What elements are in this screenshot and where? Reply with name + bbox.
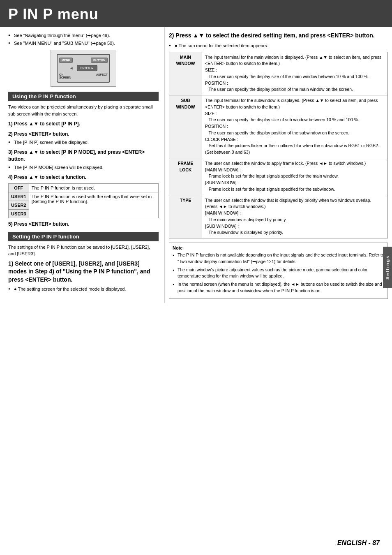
note-title: Note — [173, 245, 384, 250]
type-row: TYPE The user can select the window that… — [169, 195, 388, 238]
content-area: See "Navigating through the menu" (➡page… — [0, 27, 392, 303]
enter-btn: ENTER ► — [77, 65, 98, 71]
main-window-content: The input terminal for the main window i… — [202, 52, 388, 95]
user2-label: USER2 — [9, 201, 29, 209]
step2-sub-text: The [P IN P] screen will be displayed. — [8, 139, 159, 146]
step5: 5) Press <ENTER> button. — [8, 221, 159, 228]
main-window-label: MAINWINDOW — [169, 52, 202, 95]
menu-btn: MENU — [59, 58, 73, 63]
off-desc: The P IN P function is not used. — [29, 183, 158, 192]
section2-step1-sub-text: ● The setting screen for the selected mo… — [8, 286, 159, 293]
left-column: See "Navigating through the menu" (➡page… — [0, 27, 164, 303]
section2-step1-header: 1) Select one of [USER1], [USER2], and [… — [8, 260, 159, 284]
device-bottom-row: ONSCREEN ASPECT — [59, 73, 108, 79]
step2-sub: The [P IN P] screen will be displayed. — [8, 139, 159, 146]
user-desc: The P IN P function is used with the set… — [29, 192, 158, 218]
frame-lock-content: The user can select the window to apply … — [202, 158, 388, 195]
step4: 4) Press ▲▼ to select a function. — [8, 174, 159, 181]
device-inner: MENU BUTTON ◄ ENTER ► ONSCREEN ASPECT — [57, 54, 110, 83]
right-step2-sub: ● The sub menu for the selected item app… — [169, 42, 388, 49]
section2-step1-sub: ● The setting screen for the selected mo… — [8, 286, 159, 293]
note-item-3: In the normal screen (when the menu is n… — [173, 281, 384, 294]
intro-bullet-1: See "Navigating through the menu" (➡page… — [8, 32, 159, 39]
frame-lock-row: FRAMELOCK The user can select the window… — [169, 158, 388, 195]
table-row: OFF The P IN P function is not used. — [9, 183, 159, 192]
step1: 1) Press ▲▼ to select [P IN P]. — [8, 120, 159, 127]
sub-window-row: SUBWINDOW The input terminal for the sub… — [169, 95, 388, 158]
sub-window-content: The input terminal for the subwindow is … — [202, 95, 388, 158]
type-content: The user can select the window that is d… — [202, 195, 388, 238]
section2-description: The settings of the P IN P function can … — [8, 244, 159, 257]
aspect-label: ASPECT — [96, 73, 108, 79]
note-box: Note The P IN P function is not availabl… — [169, 243, 388, 299]
button-btn: BUTTON — [91, 58, 108, 63]
type-label: TYPE — [169, 195, 202, 238]
settings-sidebar: Settings — [383, 247, 392, 288]
step2: 2) Press <ENTER> button. — [8, 131, 159, 138]
note-item-2: The main window's picture adjustment val… — [173, 267, 384, 280]
page-container: P IN P menu See "Navigating through the … — [0, 0, 392, 555]
step3-sub: The [P IN P MODE] screen will be display… — [8, 164, 159, 171]
intro-bullet-2: See "MAIN MENU" and "SUB MENU" (➡page 50… — [8, 40, 159, 47]
settings-table: MAINWINDOW The input terminal for the ma… — [169, 52, 388, 239]
section1-description: Two videos can be projected simultaneous… — [8, 104, 159, 117]
table-row: USER1 The P IN P function is used with t… — [9, 192, 159, 201]
device-top-row: MENU BUTTON — [59, 58, 108, 63]
function-table: OFF The P IN P function is not used. USE… — [8, 183, 159, 218]
note-list: The P IN P function is not available dep… — [173, 252, 384, 294]
page-footer: ENGLISH - 87 — [337, 539, 380, 547]
right-step2-header: 2) Press ▲▼ to select the desired settin… — [169, 31, 388, 40]
user1-label: USER1 — [9, 192, 29, 201]
section1-header: Using the P IN P function — [8, 92, 159, 101]
sub-window-label: SUBWINDOW — [169, 95, 202, 158]
section2-header: Setting the P IN P function — [8, 232, 159, 241]
off-label: OFF — [9, 183, 29, 192]
intro-bullets: See "Navigating through the menu" (➡page… — [8, 32, 159, 46]
frame-lock-label: FRAMELOCK — [169, 158, 202, 195]
user3-label: USER3 — [9, 209, 29, 218]
step3-sub-text: The [P IN P MODE] screen will be display… — [8, 164, 159, 171]
main-window-row: MAINWINDOW The input terminal for the ma… — [169, 52, 388, 95]
right-column: 2) Press ▲▼ to select the desired settin… — [164, 27, 392, 303]
note-item-1: The P IN P function is not available dep… — [173, 252, 384, 265]
page-title: P IN P menu — [0, 0, 392, 27]
device-image: MENU BUTTON ◄ ENTER ► ONSCREEN ASPECT — [51, 50, 116, 87]
on-screen-label: ONSCREEN — [59, 73, 71, 79]
right-step2-sub-text: ● The sub menu for the selected item app… — [169, 42, 388, 49]
step3: 3) Press ▲▼ to select [P IN P MODE], and… — [8, 149, 159, 163]
